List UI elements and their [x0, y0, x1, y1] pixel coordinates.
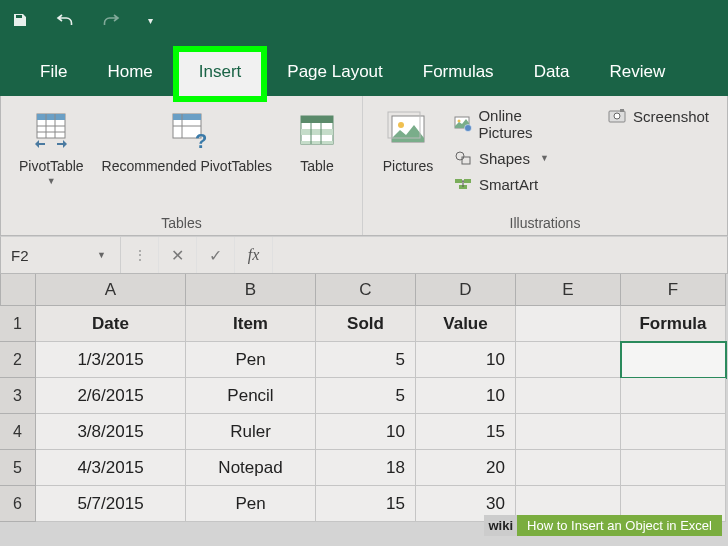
row-header-3[interactable]: 3	[0, 378, 36, 414]
row-header-6[interactable]: 6	[0, 486, 36, 522]
cell[interactable]	[516, 414, 621, 450]
cell[interactable]	[516, 342, 621, 378]
tab-insert[interactable]: Insert	[179, 52, 262, 96]
cell[interactable]: 10	[416, 342, 516, 378]
table-button[interactable]: Table	[282, 102, 352, 211]
column-header-c[interactable]: C	[316, 274, 416, 306]
cell[interactable]: 1/3/2015	[36, 342, 186, 378]
cell[interactable]: Pen	[186, 342, 316, 378]
row-header-2[interactable]: 2	[0, 342, 36, 378]
column-header-e[interactable]: E	[516, 274, 621, 306]
formula-input[interactable]	[273, 237, 727, 273]
cell[interactable]: Item	[186, 306, 316, 342]
cell[interactable]: 4/3/2015	[36, 450, 186, 486]
chevron-down-icon: ▼	[47, 176, 56, 186]
svg-rect-14	[301, 141, 333, 144]
cell[interactable]: Sold	[316, 306, 416, 342]
tab-review[interactable]: Review	[590, 52, 686, 96]
tab-file[interactable]: File	[20, 52, 87, 96]
customize-qat-icon[interactable]: ▾	[148, 15, 153, 26]
ribbon-group-illustrations: Pictures Online Pictures Shapes ▼	[363, 96, 727, 235]
online-pictures-icon	[453, 115, 472, 133]
svg-rect-25	[455, 179, 462, 183]
column-header-a[interactable]: A	[36, 274, 186, 306]
chevron-down-icon: ▼	[540, 153, 549, 163]
shapes-label: Shapes	[479, 150, 530, 167]
cell[interactable]: 20	[416, 450, 516, 486]
cell[interactable]	[621, 450, 726, 486]
smartart-button[interactable]: SmartArt	[445, 172, 585, 196]
shapes-icon	[453, 149, 473, 167]
cell[interactable]: Notepad	[186, 450, 316, 486]
cell[interactable]: Pencil	[186, 378, 316, 414]
name-box[interactable]: F2 ▼	[1, 237, 121, 273]
recommended-pivot-label: Recommended PivotTables	[102, 158, 272, 174]
cell[interactable]: Formula	[621, 306, 726, 342]
enter-formula-button[interactable]: ✓	[197, 237, 235, 273]
pictures-button[interactable]: Pictures	[373, 102, 443, 211]
recommended-pivot-icon: ?	[161, 106, 213, 154]
watermark: wiki How to Insert an Object in Excel	[484, 515, 722, 536]
tab-home[interactable]: Home	[87, 52, 172, 96]
cell[interactable]: 3/8/2015	[36, 414, 186, 450]
cell[interactable]: 5/7/2015	[36, 486, 186, 522]
tab-page-layout[interactable]: Page Layout	[267, 52, 402, 96]
tutorial-highlight: Insert	[173, 46, 268, 102]
cell[interactable]: 18	[316, 450, 416, 486]
pivot-table-button[interactable]: PivotTable ▼	[11, 102, 92, 211]
cell[interactable]: 10	[416, 378, 516, 414]
column-header-b[interactable]: B	[186, 274, 316, 306]
undo-icon[interactable]	[56, 12, 74, 28]
svg-rect-1	[37, 114, 65, 120]
save-icon[interactable]	[12, 12, 28, 28]
screenshot-label: Screenshot	[633, 108, 709, 125]
online-pictures-button[interactable]: Online Pictures	[445, 104, 585, 144]
ribbon-tabs: File Home Insert Page Layout Formulas Da…	[0, 40, 728, 96]
cell[interactable]: Ruler	[186, 414, 316, 450]
svg-text:?: ?	[195, 130, 207, 150]
illustrations-group-label: Illustrations	[373, 211, 717, 233]
screenshot-button[interactable]: Screenshot	[599, 104, 717, 128]
smartart-label: SmartArt	[479, 176, 538, 193]
column-header-d[interactable]: D	[416, 274, 516, 306]
online-pictures-label: Online Pictures	[478, 107, 577, 141]
cell[interactable]	[516, 450, 621, 486]
shapes-button[interactable]: Shapes ▼	[445, 146, 585, 170]
tab-formulas[interactable]: Formulas	[403, 52, 514, 96]
cell[interactable]: Date	[36, 306, 186, 342]
cell[interactable]: 15	[316, 486, 416, 522]
cell[interactable]: Value	[416, 306, 516, 342]
cell-selected[interactable]	[621, 342, 726, 378]
formula-bar: F2 ▼ ⋮ ✕ ✓ fx	[0, 236, 728, 274]
cancel-formula-button[interactable]: ✕	[159, 237, 197, 273]
recommended-pivot-button[interactable]: ? Recommended PivotTables	[94, 102, 280, 211]
tab-data[interactable]: Data	[514, 52, 590, 96]
worksheet: A B C D E F 1 Date Item Sold Value Formu…	[0, 274, 728, 522]
cell[interactable]: 15	[416, 414, 516, 450]
name-box-more[interactable]: ⋮	[121, 237, 159, 273]
cell[interactable]: 5	[316, 378, 416, 414]
tables-group-label: Tables	[11, 211, 352, 233]
cell[interactable]	[516, 306, 621, 342]
row-header-1[interactable]: 1	[0, 306, 36, 342]
watermark-text: How to Insert an Object in Excel	[517, 515, 722, 536]
redo-icon[interactable]	[102, 12, 120, 28]
cell[interactable]: 5	[316, 342, 416, 378]
svg-rect-13	[301, 129, 333, 135]
cell[interactable]	[621, 414, 726, 450]
quick-access-toolbar: ▾	[0, 0, 728, 40]
insert-function-button[interactable]: fx	[235, 237, 273, 273]
select-all-corner[interactable]	[0, 274, 36, 306]
column-header-f[interactable]: F	[621, 274, 726, 306]
cell[interactable]	[621, 378, 726, 414]
cell[interactable]: 2/6/2015	[36, 378, 186, 414]
pictures-icon	[382, 106, 434, 154]
table-icon	[291, 106, 343, 154]
cell[interactable]	[516, 378, 621, 414]
row-header-5[interactable]: 5	[0, 450, 36, 486]
row-header-4[interactable]: 4	[0, 414, 36, 450]
ribbon: PivotTable ▼ ? Recommended PivotTables T…	[0, 96, 728, 236]
cell[interactable]: 10	[316, 414, 416, 450]
cell[interactable]: Pen	[186, 486, 316, 522]
svg-rect-7	[173, 114, 201, 120]
